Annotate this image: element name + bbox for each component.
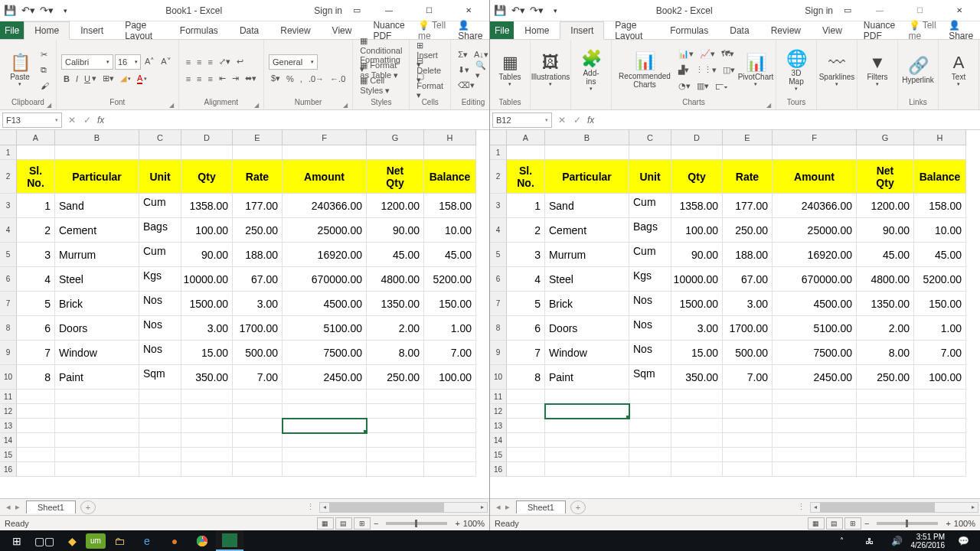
row-header-15[interactable]: 15 [490,448,507,462]
zoom-out-button[interactable]: − [861,519,872,528]
dec-decimal-button[interactable]: ←.0 [328,71,348,86]
cell[interactable] [629,462,671,477]
cell[interactable] [367,419,424,433]
col-header-C[interactable]: C [139,130,181,145]
row-header-8[interactable]: 8 [490,316,507,341]
cell[interactable] [17,433,55,448]
cell[interactable]: 10000.00 [671,267,723,292]
new-sheet-button[interactable]: + [80,500,96,514]
cell[interactable]: 7.00 [233,365,283,390]
signin-link[interactable]: Sign in [314,5,342,16]
cell[interactable] [283,404,367,419]
chart-pie-icon[interactable]: ◔▾ [676,79,693,94]
cell[interactable]: 500.00 [233,341,283,365]
tab-review[interactable]: Review [760,21,812,39]
row-header-16[interactable]: 16 [490,462,507,477]
task-view-icon[interactable]: ▢▢ [31,530,58,551]
row-header-3[interactable]: 3 [490,194,507,218]
indent-inc-button[interactable]: ⇥ [230,71,241,86]
cell[interactable]: 100.00 [424,365,476,390]
row-header-13[interactable]: 13 [0,419,17,433]
zoom-in-button[interactable]: + [942,519,953,528]
table-header[interactable]: NetQty [857,160,914,194]
cell[interactable]: 2.00 [857,316,914,341]
row-header-6[interactable]: 6 [490,267,507,292]
cell[interactable]: Nos [629,316,671,341]
cell[interactable]: 7.00 [914,341,966,365]
cell[interactable]: Window [545,341,629,365]
cell[interactable]: Brick [545,292,629,316]
cell[interactable] [857,462,914,477]
row-header-2[interactable]: 2 [0,160,17,194]
align-right-button[interactable]: ≡ [206,71,215,86]
cell[interactable]: Window [55,341,139,365]
chart-map-icon[interactable]: 🗺▾ [719,47,737,62]
cell[interactable] [181,433,233,448]
view-break-button[interactable]: ⊞ [844,517,861,530]
chart-scatter-icon[interactable]: ⋮⋮▾ [693,63,719,78]
cell[interactable] [55,448,139,462]
row-header-5[interactable]: 5 [490,243,507,267]
sheet-tab[interactable]: Sheet1 [516,500,566,514]
table-header[interactable]: Balance [914,160,966,194]
cell[interactable]: 3.00 [233,292,283,316]
cell[interactable] [181,419,233,433]
illustrations-button[interactable]: 🖼Illustrations▾ [535,45,566,96]
zoom-slider[interactable] [386,522,447,525]
cell[interactable] [671,462,723,477]
cell[interactable] [139,419,181,433]
cell[interactable]: Murrum [545,243,629,267]
enter-icon[interactable]: ✓ [83,115,91,126]
font-size-select[interactable]: 16▾ [115,54,141,70]
cell[interactable]: 2450.00 [773,365,857,390]
cell[interactable] [857,404,914,419]
cell[interactable] [424,390,476,404]
col-header-C[interactable]: C [629,130,671,145]
cell[interactable]: 150.00 [424,292,476,316]
cell[interactable] [723,419,773,433]
sheet-nav-next-icon[interactable]: ▸ [505,502,510,512]
cell[interactable] [723,448,773,462]
cell[interactable]: 177.00 [723,194,773,218]
cell[interactable]: 5 [507,292,545,316]
close-button[interactable]: ✕ [942,0,977,21]
cell[interactable]: Nos [139,341,181,365]
cell[interactable]: Nos [629,292,671,316]
row-header-16[interactable]: 16 [0,462,17,477]
cell[interactable]: Brick [55,292,139,316]
cell[interactable]: Sqm [629,365,671,390]
chart-line-icon[interactable]: 📈▾ [697,47,717,62]
cell[interactable] [914,448,966,462]
cell[interactable] [233,390,283,404]
cell[interactable] [55,419,139,433]
cell[interactable]: Sqm [139,365,181,390]
cell[interactable] [283,390,367,404]
cell[interactable] [55,462,139,477]
cell[interactable]: 10.00 [424,218,476,243]
table-header[interactable]: Balance [424,160,476,194]
borders-button[interactable]: ⊞▾ [100,71,116,86]
cell[interactable]: 188.00 [723,243,773,267]
tab-insert[interactable]: Insert [560,21,604,40]
cell[interactable]: 1500.00 [181,292,233,316]
app-icon[interactable]: um [86,533,106,549]
cell[interactable] [545,390,629,404]
cell[interactable] [507,404,545,419]
cell[interactable]: 45.00 [424,243,476,267]
redo-icon[interactable]: ↷▾ [38,2,55,19]
cell[interactable]: 8 [17,365,55,390]
cell[interactable]: 8 [507,365,545,390]
col-header-A[interactable]: A [17,130,55,145]
cell[interactable] [233,419,283,433]
cell[interactable] [424,433,476,448]
row-header-8[interactable]: 8 [0,316,17,341]
col-header-D[interactable]: D [671,130,723,145]
cell[interactable]: Cum [139,194,181,218]
cell[interactable] [367,390,424,404]
cell[interactable] [545,433,629,448]
orientation-button[interactable]: ⤢▾ [217,54,233,70]
align-left-button[interactable]: ≡ [184,71,193,86]
cell[interactable]: 1 [17,194,55,218]
cell[interactable] [773,390,857,404]
start-button[interactable]: ⊞ [3,530,31,551]
